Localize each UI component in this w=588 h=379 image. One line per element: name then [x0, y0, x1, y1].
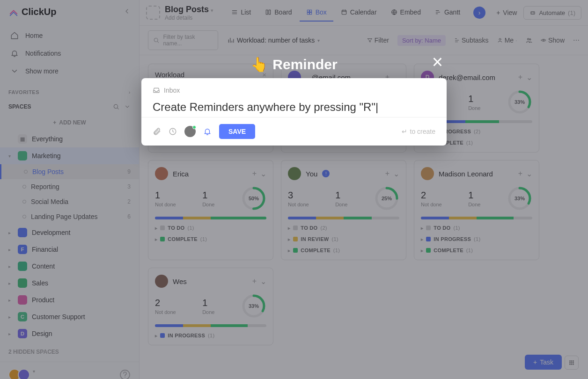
pointing-hand-icon: 👆 — [250, 56, 268, 73]
attachment-icon[interactable] — [153, 127, 161, 136]
notify-bell-icon[interactable] — [203, 127, 212, 136]
close-modal-button[interactable]: × — [432, 51, 443, 73]
create-hint: ↵ to create — [402, 128, 435, 135]
reminder-modal: Inbox Create Reminders anywhere by press… — [141, 78, 447, 146]
modal-heading: 👆 Reminder — [250, 56, 337, 73]
clock-icon[interactable] — [169, 127, 177, 136]
inbox-destination[interactable]: Inbox — [153, 87, 435, 94]
save-button[interactable]: SAVE — [219, 124, 255, 139]
assignee-avatar[interactable] — [184, 126, 196, 137]
enter-key-icon: ↵ — [402, 128, 407, 135]
inbox-icon — [153, 87, 160, 94]
modal-overlay: × 👆 Reminder Inbox Create Reminders anyw… — [0, 0, 588, 379]
reminder-input[interactable]: Create Reminders anywhere by pressing "R… — [153, 100, 435, 114]
